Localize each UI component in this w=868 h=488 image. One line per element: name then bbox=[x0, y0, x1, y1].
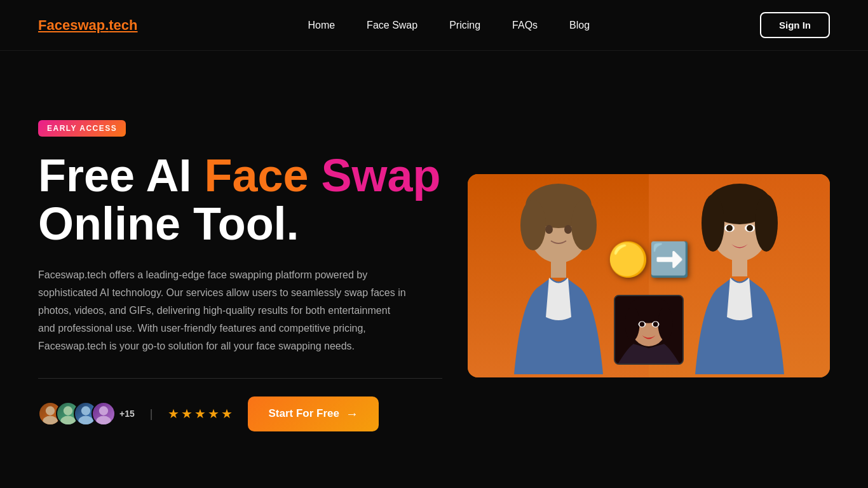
hero-content: EARLY ACCESS Free AI Face Swap Online To… bbox=[38, 120, 442, 431]
svg-point-28 bbox=[658, 306, 672, 341]
svg-rect-23 bbox=[732, 257, 747, 276]
svg-point-4 bbox=[81, 406, 90, 415]
title-prefix: Free AI bbox=[38, 150, 204, 201]
svg-point-7 bbox=[96, 416, 111, 426]
svg-point-6 bbox=[99, 406, 108, 415]
logo-suffix: tech bbox=[109, 17, 137, 33]
svg-point-13 bbox=[564, 225, 572, 234]
stars-row: ★ ★ ★ ★ ★ bbox=[168, 406, 233, 421]
svg-point-18 bbox=[755, 194, 778, 252]
user-count: +15 bbox=[119, 409, 135, 419]
svg-point-0 bbox=[46, 406, 55, 415]
nav-home[interactable]: Home bbox=[308, 20, 335, 30]
svg-point-1 bbox=[43, 416, 57, 426]
hero-section: EARLY ACCESS Free AI Face Swap Online To… bbox=[0, 51, 868, 488]
svg-point-22 bbox=[747, 225, 753, 231]
nav-pricing[interactable]: Pricing bbox=[449, 20, 480, 30]
svg-point-30 bbox=[640, 322, 645, 327]
title-swap: Swap bbox=[309, 150, 441, 201]
star-4: ★ bbox=[208, 406, 219, 421]
star-1: ★ bbox=[168, 406, 179, 421]
logo-prefix: Faceswap. bbox=[38, 17, 109, 33]
nav-faqs[interactable]: FAQs bbox=[512, 20, 538, 30]
nav-blog[interactable]: Blog bbox=[569, 20, 590, 30]
logo[interactable]: Faceswap.tech bbox=[38, 17, 138, 34]
sign-in-button[interactable]: Sign In bbox=[760, 12, 830, 38]
face-overlay bbox=[614, 295, 684, 365]
hero-description: Faceswap.tech offers a leading-edge face… bbox=[38, 266, 407, 355]
title-face: Face bbox=[204, 150, 308, 201]
svg-point-27 bbox=[625, 306, 639, 341]
start-for-free-button[interactable]: Start For Free → bbox=[248, 396, 378, 431]
svg-point-10 bbox=[520, 200, 546, 250]
person-after-svg bbox=[676, 177, 803, 374]
face-swap-demo: 🟡➡️ bbox=[468, 174, 830, 377]
avatars-group: +15 bbox=[38, 402, 135, 426]
cta-row: +15 | ★ ★ ★ ★ ★ Start For Free → bbox=[38, 396, 442, 431]
svg-point-17 bbox=[702, 194, 724, 252]
star-5: ★ bbox=[221, 406, 233, 421]
section-divider bbox=[38, 378, 442, 379]
swap-arrow-overlay: 🟡➡️ bbox=[607, 240, 690, 279]
early-access-badge: EARLY ACCESS bbox=[38, 120, 126, 137]
svg-point-3 bbox=[60, 416, 75, 426]
star-3: ★ bbox=[194, 406, 206, 421]
star-2: ★ bbox=[181, 406, 193, 421]
separator: | bbox=[150, 407, 153, 421]
svg-point-11 bbox=[571, 200, 597, 250]
svg-point-5 bbox=[78, 416, 93, 426]
hero-image: 🟡➡️ bbox=[468, 174, 830, 377]
title-suffix: Online Tool. bbox=[38, 198, 299, 249]
svg-point-32 bbox=[653, 322, 658, 327]
nav-face-swap[interactable]: Face Swap bbox=[367, 20, 417, 30]
start-btn-label: Start For Free bbox=[268, 407, 339, 420]
person-before-svg bbox=[495, 177, 622, 374]
arrow-icon: → bbox=[346, 407, 358, 421]
nav-links: Home Face Swap Pricing FAQs Blog bbox=[308, 20, 590, 31]
hero-title: Free AI Face Swap Online Tool. bbox=[38, 152, 442, 248]
avatar-4 bbox=[92, 402, 116, 426]
face-thumbnail bbox=[615, 295, 682, 365]
svg-point-20 bbox=[726, 225, 733, 231]
svg-point-12 bbox=[545, 225, 553, 234]
svg-point-2 bbox=[64, 406, 72, 415]
navbar: Faceswap.tech Home Face Swap Pricing FAQ… bbox=[0, 0, 868, 51]
svg-rect-14 bbox=[551, 259, 566, 278]
